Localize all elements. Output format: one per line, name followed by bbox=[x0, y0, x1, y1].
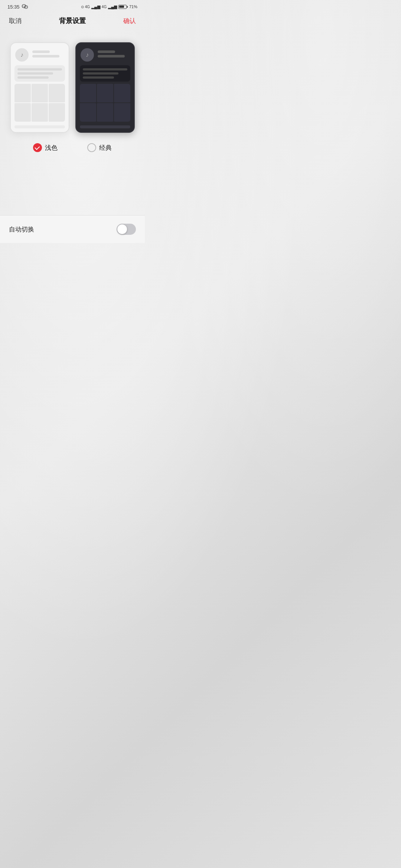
dark-bottom-bar bbox=[80, 125, 130, 128]
status-time: 15:35 bbox=[7, 4, 28, 10]
light-sub-line bbox=[32, 55, 59, 57]
time-display: 15:35 bbox=[7, 4, 20, 10]
svg-point-3 bbox=[24, 6, 25, 7]
network-icon: ⊙ bbox=[81, 5, 84, 9]
dark-content-line-1 bbox=[83, 68, 127, 70]
dark-card-header: ♪ bbox=[76, 43, 134, 65]
dark-header-lines bbox=[98, 50, 130, 59]
auto-switch-row: 自动切换 bbox=[0, 216, 145, 243]
light-grid-cell-1 bbox=[14, 84, 31, 102]
light-grid bbox=[14, 84, 65, 122]
light-avatar: ♪ bbox=[15, 48, 29, 62]
light-header-lines bbox=[32, 50, 64, 59]
top-navigation: 取消 背景设置 确认 bbox=[0, 12, 145, 31]
dark-content-line-3 bbox=[83, 76, 114, 79]
light-grid-cell-5 bbox=[32, 103, 48, 122]
light-theme-option[interactable]: 浅色 bbox=[33, 143, 58, 152]
light-name-line bbox=[32, 50, 50, 53]
auto-switch-label: 自动切换 bbox=[9, 225, 34, 234]
dark-grid bbox=[80, 84, 130, 122]
light-grid-cell-6 bbox=[49, 103, 65, 122]
status-indicators: ⊙ 4G ▂▄▆ 4G ▂▄▆ 71% bbox=[81, 4, 137, 9]
dark-content-area bbox=[80, 65, 130, 82]
light-grid-cell-4 bbox=[14, 103, 31, 122]
light-theme-label: 浅色 bbox=[45, 144, 58, 152]
svg-point-5 bbox=[26, 7, 26, 7]
dark-grid-cell-4 bbox=[80, 103, 96, 122]
confirm-button[interactable]: 确认 bbox=[123, 17, 136, 25]
light-content-line-1 bbox=[17, 68, 62, 70]
signal-bars-2: ▂▄▆ bbox=[108, 4, 117, 9]
dark-grid-cell-2 bbox=[97, 84, 113, 102]
signal-bars-1: ▂▄▆ bbox=[91, 4, 100, 9]
toggle-knob bbox=[117, 224, 127, 234]
light-grid-cell-2 bbox=[32, 84, 48, 102]
dark-radio-unselected[interactable] bbox=[87, 143, 96, 152]
dark-theme-label: 经典 bbox=[99, 144, 112, 152]
dark-grid-cell-5 bbox=[97, 103, 113, 122]
status-bar: 15:35 ⊙ 4G ▂▄▆ 4G ▂▄▆ 71% bbox=[0, 0, 145, 12]
dark-grid-cell-3 bbox=[114, 84, 130, 102]
auto-switch-toggle[interactable] bbox=[117, 224, 136, 235]
svg-point-4 bbox=[25, 7, 25, 7]
light-radio-selected[interactable] bbox=[33, 143, 42, 152]
page-title: 背景设置 bbox=[59, 16, 86, 25]
light-card-header: ♪ bbox=[11, 43, 69, 65]
light-theme-preview[interactable]: ♪ bbox=[10, 42, 69, 133]
content-spacer bbox=[0, 156, 145, 215]
dark-content-line-2 bbox=[83, 72, 118, 75]
theme-preview-area: ♪ bbox=[0, 35, 145, 137]
dark-avatar: ♪ bbox=[81, 48, 94, 62]
battery-indicator bbox=[118, 5, 128, 9]
dark-sub-line bbox=[98, 55, 125, 57]
theme-selection-row: 浅色 经典 bbox=[0, 137, 145, 156]
wechat-icon bbox=[22, 4, 28, 10]
signal-4g-2: 4G bbox=[102, 5, 107, 9]
light-content-area bbox=[14, 65, 65, 82]
light-content-line-3 bbox=[17, 76, 49, 79]
dark-name-line bbox=[98, 50, 115, 53]
bottom-section: 自动切换 bbox=[0, 215, 145, 243]
dark-grid-cell-1 bbox=[80, 84, 96, 102]
signal-4g-1: 4G bbox=[85, 5, 90, 9]
light-content-line-2 bbox=[17, 72, 53, 75]
dark-theme-option[interactable]: 经典 bbox=[87, 143, 112, 152]
tiktok-logo-dark: ♪ bbox=[86, 52, 89, 58]
dark-theme-preview[interactable]: ♪ bbox=[75, 42, 135, 133]
light-bottom-bar bbox=[14, 125, 65, 128]
svg-point-2 bbox=[23, 6, 23, 7]
cancel-button[interactable]: 取消 bbox=[9, 17, 22, 25]
battery-percent: 71% bbox=[129, 4, 137, 9]
light-grid-cell-3 bbox=[49, 84, 65, 102]
tiktok-logo-light: ♪ bbox=[20, 52, 23, 58]
dark-grid-cell-6 bbox=[114, 103, 130, 122]
